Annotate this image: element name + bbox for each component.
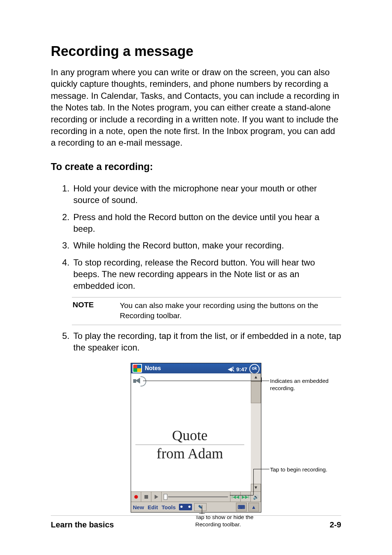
step-list-2: To play the recording, tap it from the l…	[51, 330, 341, 354]
page-title: Recording a message	[51, 44, 341, 59]
lead-line	[230, 495, 253, 495]
rewind-button[interactable]: I◀◀	[230, 492, 241, 502]
title-bar: Notes ◀ξ 9:47 ok	[131, 363, 261, 373]
figure-area: Notes ◀ξ 9:47 ok Quote from Adam ▲ ▼	[51, 363, 341, 519]
lead-line	[202, 505, 202, 514]
subheading: To create a recording:	[51, 161, 341, 173]
menu-edit[interactable]: Edit	[146, 504, 160, 510]
menu-right: ⌨ ▲	[234, 503, 261, 511]
menu-new[interactable]: New	[131, 504, 146, 510]
step-list: Hold your device with the microphone nea…	[51, 183, 341, 292]
note-label: NOTE	[73, 300, 120, 309]
intro-paragraph: In any program where you can write or dr…	[51, 66, 341, 149]
note-canvas[interactable]: Quote from Adam	[131, 373, 252, 492]
scroll-thumb[interactable]	[251, 381, 261, 403]
lead-line	[143, 381, 254, 381]
step-3: While holding the Record button, make yo…	[72, 240, 341, 251]
note-box: NOTE You can also make your recording us…	[72, 297, 341, 325]
stop-button[interactable]	[141, 492, 151, 502]
recording-toolbar: I◀◀ ▶▶I 🔊	[131, 491, 261, 502]
callout-embedded: Indicates an embedded recording.	[270, 377, 339, 392]
start-icon[interactable]	[132, 364, 142, 373]
step-4: To stop recording, release the Record bu…	[72, 257, 341, 292]
play-button[interactable]	[151, 492, 162, 502]
step-5: To play the recording, tap it from the l…	[72, 330, 341, 354]
progress-slider[interactable]	[162, 492, 230, 502]
lead-line	[261, 469, 269, 469]
lead-line	[254, 381, 269, 381]
lead-line	[253, 469, 254, 495]
footer-right: 2-9	[330, 520, 341, 530]
app-name: Notes	[145, 365, 161, 372]
scroll-up-button[interactable]: ▲	[251, 373, 261, 381]
handwriting-line-1: Quote	[135, 428, 244, 445]
menu-tools[interactable]: Tools	[160, 504, 177, 510]
step-2: Press and hold the Record button on the …	[72, 211, 341, 235]
recording-toolbar-toggle-icon[interactable]	[179, 504, 192, 510]
note-text: You can also make your recording using t…	[120, 300, 340, 321]
scrollbar[interactable]: ▲ ▼	[251, 373, 261, 492]
device-screenshot: Notes ◀ξ 9:47 ok Quote from Adam ▲ ▼	[131, 363, 261, 513]
lead-line	[199, 513, 205, 514]
callout-begin-recording: Tap to begin recording.	[270, 466, 343, 473]
input-method-up-button[interactable]: ▲	[248, 503, 259, 511]
clock: 9:47	[236, 366, 247, 372]
embedded-recording-icon[interactable]	[133, 376, 146, 389]
record-button[interactable]	[131, 492, 141, 502]
keyboard-button[interactable]: ⌨	[236, 503, 247, 511]
page-footer: Learn the basics 2-9	[51, 515, 341, 530]
handwriting-line-2: from Adam	[135, 446, 244, 461]
title-bar-right: ◀ξ 9:47 ok	[228, 364, 260, 374]
pen-toggle-icon[interactable]: ✎	[194, 503, 207, 511]
lead-line	[253, 469, 261, 469]
menu-bar: New Edit Tools ✎ ⌨ ▲	[131, 502, 261, 512]
fast-forward-button[interactable]: ▶▶I	[241, 492, 251, 502]
step-1: Hold your device with the microphone nea…	[72, 183, 341, 206]
scroll-down-button[interactable]: ▼	[251, 484, 261, 492]
volume-button[interactable]: 🔊	[251, 492, 261, 502]
footer-left: Learn the basics	[51, 520, 114, 530]
lead-line	[261, 377, 262, 382]
ok-button[interactable]: ok	[249, 364, 260, 374]
page: Recording a message In any program where…	[0, 0, 392, 555]
volume-icon[interactable]: ◀ξ	[228, 366, 234, 372]
